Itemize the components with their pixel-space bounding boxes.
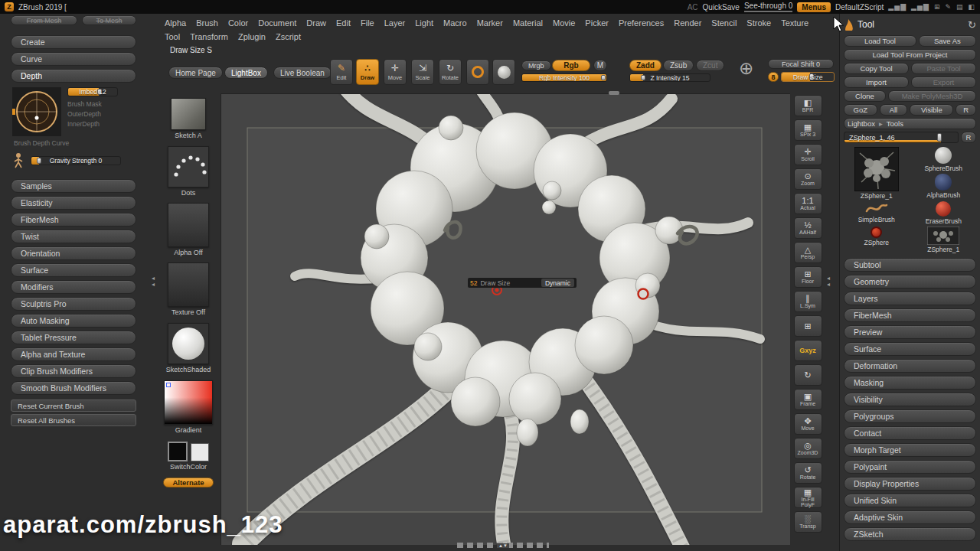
live-boolean-button[interactable]: Live Boolean (273, 67, 332, 79)
tool-panel-section[interactable]: Layers (844, 292, 976, 305)
z-intensity-slider[interactable]: Z Intensity 15 (629, 73, 710, 82)
menu-item[interactable]: Light (415, 18, 433, 28)
load-tool-from-project-button[interactable]: Load Tool From Project (844, 49, 976, 60)
menu-item[interactable]: Alpha (165, 18, 186, 28)
brush-panel-section[interactable]: Clip Brush Modifiers (11, 364, 136, 378)
section-create[interactable]: Create (11, 35, 136, 49)
draw-button[interactable]: ∴ Draw (356, 59, 379, 85)
menu-item[interactable]: File (361, 18, 374, 28)
slider-r-button[interactable]: R (961, 132, 976, 143)
strip-button[interactable]: ◎ Zoom3D (794, 438, 822, 459)
brush-panel-section[interactable]: Surface (11, 263, 136, 277)
make-polymesh3d-button[interactable]: Make PolyMesh3D (888, 90, 976, 102)
strip-button[interactable]: ▦ SPix 3 (794, 119, 822, 141)
tool-panel-section[interactable]: Visibility (844, 393, 976, 406)
tool-panel-section[interactable]: ZSketch (844, 527, 976, 541)
strip-button[interactable]: ◧ BPR (794, 95, 822, 116)
menu-item[interactable]: Layer (384, 18, 406, 28)
menu-item[interactable]: Document (258, 18, 296, 28)
home-page-button[interactable]: Home Page (168, 67, 223, 79)
alternate-button[interactable]: Alternate (163, 478, 214, 487)
brush-ring-button[interactable] (466, 59, 489, 85)
clone-button[interactable]: Clone (844, 90, 886, 102)
menu-item[interactable]: Zscript (276, 32, 301, 41)
strip-button[interactable]: △ Persp (794, 242, 822, 263)
zcut-button[interactable]: Zcut (696, 60, 724, 71)
top-scrollbar-handle[interactable] (609, 91, 619, 95)
zsphere-thumb[interactable]: ZSphere (845, 227, 908, 253)
active-tool-thumb[interactable]: ZSphere_1 (845, 147, 908, 200)
tool-panel-section[interactable]: Polygroups (844, 409, 976, 423)
menu-item[interactable]: Picker (585, 18, 609, 28)
tool-panel-section[interactable]: Morph Target (844, 443, 976, 457)
load-tool-button[interactable]: Load Tool (844, 35, 916, 47)
tool-panel-section[interactable]: Polypaint (844, 460, 976, 474)
export-button[interactable]: Export (911, 77, 976, 88)
swatch-icon[interactable]: ◧ (968, 3, 975, 11)
strip-button[interactable]: ↺ Rotate (794, 462, 822, 484)
lightbox-button[interactable]: LightBox (224, 67, 268, 79)
inner-depth-slider[interactable]: InnerDepth (67, 119, 118, 129)
strip-button[interactable]: ✥ Move (794, 413, 822, 435)
edit-button[interactable]: ✎ Edit (330, 59, 353, 85)
menu-item[interactable]: Render (674, 18, 701, 28)
switch-color-button[interactable]: SwitchColor (170, 463, 207, 471)
see-through-slider[interactable]: See-through 0 (744, 2, 792, 12)
menu-item[interactable]: Tool (165, 32, 180, 41)
zsub-button[interactable]: Zsub (663, 60, 694, 71)
current-material-button[interactable] (492, 59, 515, 85)
simple-brush-thumb[interactable]: SimpleBrush (845, 201, 908, 225)
brush-panel-section[interactable]: Auto Masking (11, 314, 136, 328)
strip-button[interactable]: 1:1 Actual (794, 193, 822, 214)
palette-icon[interactable]: ▤ (956, 3, 964, 11)
brush-panel-section[interactable]: Sculptris Pro (11, 297, 136, 311)
tool-panel-section[interactable]: FiberMesh (844, 308, 976, 322)
main-color-swatch[interactable] (168, 442, 188, 461)
brush-panel-section[interactable]: Twist (11, 230, 136, 243)
menu-item[interactable]: Edit (336, 18, 351, 28)
goz-all-button[interactable]: All (880, 104, 908, 116)
active-tool-slider[interactable]: ZSphere_1, 46 (844, 132, 959, 143)
tool-panel-section[interactable]: Preview (844, 325, 976, 339)
menu-item[interactable]: Brush (196, 18, 218, 28)
pen-icon[interactable]: ✎ (945, 3, 952, 11)
menu-item[interactable]: Texture (781, 18, 808, 28)
rotate-button[interactable]: ↻ Rotate (439, 59, 462, 85)
document-canvas[interactable]: 52 Draw Size Dynamic (220, 93, 790, 545)
strip-button[interactable]: ↻ (794, 364, 822, 386)
goz-r-button[interactable]: R (956, 104, 976, 116)
imbed-slider[interactable]: Imbed 12 (67, 87, 118, 96)
brush-panel-section[interactable]: Tablet Pressure (11, 331, 136, 344)
menu-item[interactable]: Stroke (746, 18, 771, 28)
material-picker[interactable] (168, 323, 209, 364)
to-mesh-button[interactable]: To Mesh (82, 15, 136, 25)
strip-button[interactable]: ▦ In-Fill PolyF (794, 487, 822, 508)
draw-size-slider[interactable]: Draw Size (781, 72, 835, 82)
brush-panel-section[interactable]: Elasticity (11, 196, 136, 210)
brush-depth-curve-thumb[interactable] (12, 87, 61, 136)
goz-visible-button[interactable]: Visible (910, 104, 953, 116)
color-picker[interactable] (164, 380, 213, 425)
current-brush-thumb[interactable] (171, 98, 206, 130)
strip-button[interactable]: ⊙ Zoom (794, 168, 822, 190)
gyro-icon[interactable]: ⊕ (739, 58, 753, 79)
zadd-button[interactable]: Zadd (629, 60, 662, 71)
rgb-button[interactable]: Rgb (552, 60, 590, 71)
grid-icon[interactable]: ⊞ (934, 3, 941, 11)
brush-panel-section[interactable]: Samples (11, 179, 136, 193)
copy-tool-button[interactable]: Copy Tool (844, 63, 909, 74)
reset-current-brush-button[interactable]: Reset Current Brush (11, 399, 136, 412)
strip-button[interactable]: ⊞ Floor (794, 266, 822, 288)
circular-arrow-icon[interactable]: ↻ (968, 19, 976, 31)
save-as-button[interactable]: Save As (919, 35, 976, 47)
menus-button[interactable]: Menus (797, 2, 831, 12)
outer-depth-slider[interactable]: OuterDepth (67, 109, 118, 119)
menu-item[interactable]: Marker (477, 18, 503, 28)
gravity-strength-slider[interactable]: Gravity Strength 0 (31, 156, 121, 165)
brush-mask-label[interactable]: Brush Mask (67, 99, 118, 109)
brush-panel-section[interactable]: FiberMesh (11, 213, 136, 227)
section-depth[interactable]: Depth (11, 69, 136, 83)
stroke-picker[interactable] (168, 146, 209, 187)
bottom-scrollbar[interactable]: ▲▼ (457, 543, 549, 548)
strip-button[interactable]: Gxyz (794, 340, 822, 361)
